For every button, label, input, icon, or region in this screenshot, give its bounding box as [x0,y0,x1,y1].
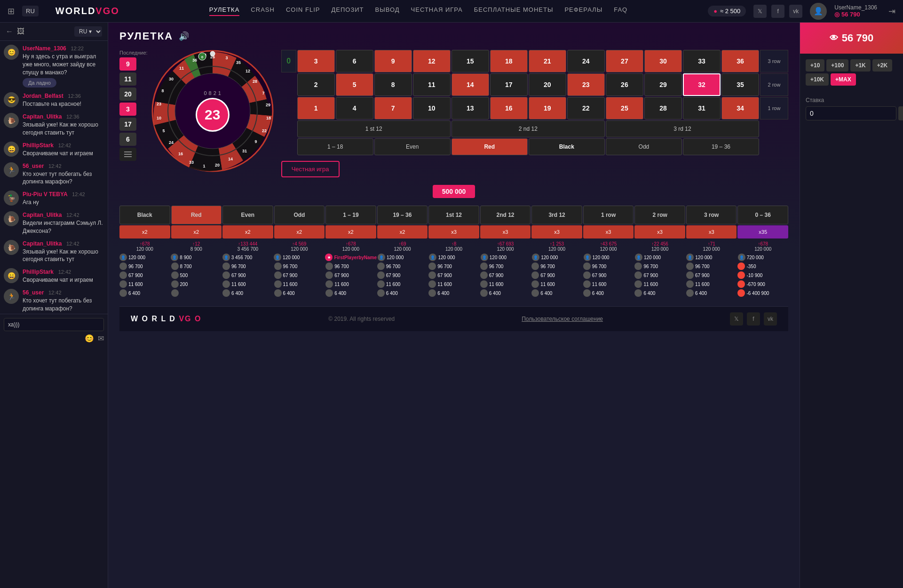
recent-number[interactable]: 11 [119,72,136,86]
honest-game-button[interactable]: Честная игра [281,161,340,177]
row-label-1[interactable]: 1 row [760,97,788,119]
chip-1k[interactable]: +1K [850,59,870,72]
bet-header-0-36[interactable]: 0 – 36 [737,206,788,224]
history-icon[interactable] [119,148,136,161]
bet-cell[interactable]: 26 [606,73,643,96]
bet-cell[interactable]: 30 [644,50,682,72]
nav-withdraw[interactable]: ВЫВОД [375,6,400,16]
bet-header-1row[interactable]: 1 row [583,206,634,224]
bet-cell[interactable]: 34 [721,97,759,119]
bet-header-odd[interactable]: Odd [274,206,325,224]
twitter-link[interactable]: 𝕏 [753,5,767,18]
chip-10k[interactable]: +10K [806,73,829,86]
grid-menu-icon[interactable]: ⊞ [8,6,15,16]
nav-referrals[interactable]: РЕФЕРАЛЫ [564,6,602,16]
bet-cell[interactable]: 12 [413,50,451,72]
bet-cell[interactable]: 17 [490,73,528,96]
bet-cell[interactable]: 23 [567,73,605,96]
chip-2k[interactable]: +2K [872,59,892,72]
row-label-3[interactable]: 3 row [760,50,788,72]
bet-cell[interactable]: 33 [683,50,721,72]
recent-number[interactable]: 17 [119,118,136,131]
bet-cell[interactable]: 19 [529,97,566,119]
row-label-2[interactable]: 2 row [760,73,788,96]
chat-action-button[interactable]: Да ладно [23,78,56,87]
bet-header-3rd12[interactable]: 3rd 12 [531,206,582,224]
bet-header-even[interactable]: Even [222,206,273,224]
third-dozen-bet[interactable]: 3 rd 12 [606,120,759,137]
bet-header-red[interactable]: Red [171,206,222,224]
bet-cell[interactable]: 9 [374,50,412,72]
language-selector[interactable]: RU [22,6,39,16]
stake-input[interactable] [806,106,896,120]
nav-coinflip[interactable]: COIN FLIP [286,6,320,16]
zero-cell[interactable]: 0 [281,50,296,72]
bet-header-black[interactable]: Black [119,206,170,224]
footer-twitter-link[interactable]: 𝕏 [730,312,743,326]
recent-number[interactable]: 3 [119,103,136,116]
bet-cell[interactable]: 18 [490,50,528,72]
first-dozen-bet[interactable]: 1 st 12 [297,120,451,137]
bet-odd[interactable]: Odd [606,138,682,155]
send-button[interactable]: ✉ [98,334,104,343]
bet-19-36[interactable]: 19 – 36 [683,138,759,155]
bet-cell[interactable]: 3 [297,50,335,72]
emoji-button[interactable]: 😊 [85,334,94,343]
bet-cell[interactable]: 5 [336,73,373,96]
bet-cell[interactable]: 2 [297,73,335,96]
nav-deposit[interactable]: ДЕПОЗИТ [331,6,364,16]
nav-faq[interactable]: FAQ [614,6,627,16]
bet-cell[interactable]: 14 [452,73,489,96]
facebook-link[interactable]: f [771,5,784,18]
clear-button[interactable]: Clear [898,106,903,120]
bet-cell[interactable]: 36 [721,50,759,72]
recent-number[interactable]: 20 [119,87,136,101]
bet-cell[interactable]: 11 [413,73,451,96]
chip-10[interactable]: +10 [806,59,824,72]
chat-input[interactable] [4,318,104,331]
recent-number[interactable]: 6 [119,133,136,146]
bet-cell[interactable]: 24 [567,50,605,72]
bet-cell[interactable]: 6 [336,50,373,72]
chip-100[interactable]: +100 [826,59,848,72]
bet-header-1st12[interactable]: 1st 12 [428,206,479,224]
bet-header-2nd12[interactable]: 2nd 12 [480,206,531,224]
nav-fairgame[interactable]: ЧЕСТНАЯ ИГРА [411,6,463,16]
nav-roulette[interactable]: РУЛЕТКА [209,6,240,16]
bet-cell[interactable]: 25 [606,97,643,119]
bet-cell[interactable]: 28 [644,97,682,119]
bet-cell[interactable]: 16 [490,97,528,119]
bet-cell[interactable]: 29 [644,73,682,96]
bet-cell[interactable]: 13 [452,97,489,119]
bet-cell[interactable]: 27 [606,50,643,72]
bet-1-18[interactable]: 1 – 18 [297,138,373,155]
second-dozen-bet[interactable]: 2 nd 12 [452,120,605,137]
bet-cell[interactable]: 20 [529,73,566,96]
footer-vk-link[interactable]: vk [764,312,777,326]
user-agreement-link[interactable]: Пользовательское соглашение [522,316,603,322]
nav-freecoins[interactable]: БЕСПЛАТНЫЕ МОНЕТЫ [474,6,554,16]
bet-cell[interactable]: 4 [336,97,373,119]
vk-link[interactable]: vk [789,5,802,18]
bet-cell[interactable]: 22 [567,97,605,119]
image-icon[interactable]: 🖼 [17,27,24,36]
bet-cell[interactable]: 31 [683,97,721,119]
recent-number[interactable]: 9 [119,57,136,71]
footer-facebook-link[interactable]: f [747,312,760,326]
bet-header-1-19[interactable]: 1 – 19 [325,206,376,224]
sound-toggle-button[interactable]: 🔊 [179,31,189,41]
bet-cell[interactable]: 7 [374,97,412,119]
bet-cell[interactable]: 8 [374,73,412,96]
bet-header-2row[interactable]: 2 row [634,206,685,224]
logout-icon[interactable]: ⇥ [888,6,895,16]
bet-cell[interactable]: 1 [297,97,335,119]
chip-max[interactable]: +MAX [831,73,856,86]
nav-crash[interactable]: CRASH [251,6,275,16]
bet-red[interactable]: Red [452,138,528,155]
back-button[interactable]: ← [6,27,13,36]
bet-cell[interactable]: 10 [413,97,451,119]
bet-cell[interactable]: 32 [683,73,721,96]
bet-cell[interactable]: 15 [452,50,489,72]
bet-even[interactable]: Even [374,138,451,155]
bet-cell[interactable]: 21 [529,50,566,72]
